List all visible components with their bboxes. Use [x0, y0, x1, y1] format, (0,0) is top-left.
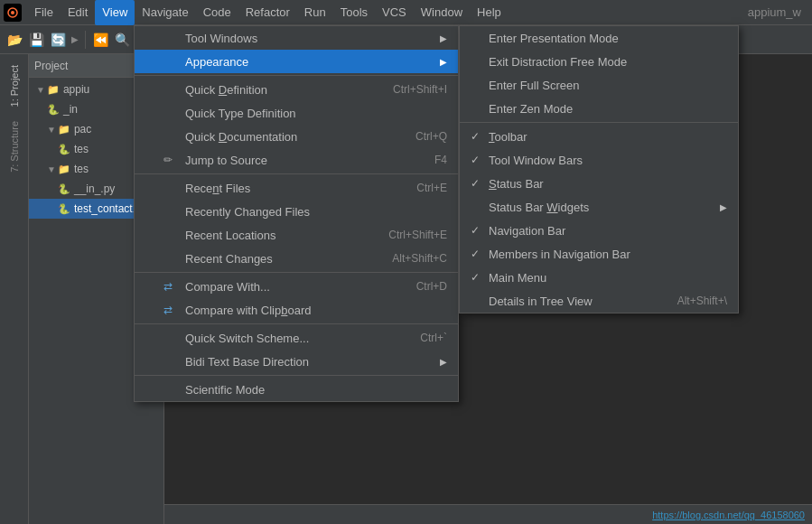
menu-tools[interactable]: Tools [333, 0, 375, 25]
dropdown-overlay: Tool Windows ▶ Appearance ▶ Quick Defini… [0, 25, 812, 524]
menu-jump-source[interactable]: ✏ Jump to Source F4 [135, 148, 458, 172]
menu-quick-doc[interactable]: Quick Documentation Ctrl+Q [135, 125, 458, 148]
menu-presentation[interactable]: Enter Presentation Mode [460, 26, 738, 50]
menu-compare-clipboard[interactable]: ⇄ Compare with Clipboard [135, 298, 458, 322]
menu-details-tree[interactable]: Details in Tree View Alt+Shift+\ [460, 289, 738, 313]
menu-quick-type[interactable]: Quick Type Definition [135, 101, 458, 125]
menu-recent-locations[interactable]: Recent Locations Ctrl+Shift+E [135, 223, 458, 247]
menu-toolbar[interactable]: ✓ Toolbar [460, 125, 738, 148]
menu-vcs[interactable]: VCS [375, 0, 414, 25]
menu-quick-switch[interactable]: Quick Switch Scheme... Ctrl+` [135, 326, 458, 350]
menu-sep5 [135, 375, 458, 376]
svg-point-2 [11, 11, 14, 14]
app-logo [4, 4, 22, 22]
window-title: appium_w [748, 5, 808, 19]
menu-distraction-free[interactable]: Exit Distraction Free Mode [460, 50, 738, 73]
menu-quick-def[interactable]: Quick Definition Ctrl+Shift+I [135, 78, 458, 101]
menu-nav-bar[interactable]: ✓ Navigation Bar [460, 219, 738, 242]
menu-status-bar[interactable]: ✓ Status Bar [460, 172, 738, 195]
menu-sep4 [135, 323, 458, 324]
menu-bar: File Edit View Navigate Code Refactor Ru… [0, 0, 812, 25]
menu-tool-window-bars[interactable]: ✓ Tool Window Bars [460, 148, 738, 172]
menu-help[interactable]: Help [470, 0, 509, 25]
appearance-menu: Enter Presentation Mode Exit Distraction… [459, 25, 739, 313]
menu-status-bar-widgets[interactable]: Status Bar Widgets ▶ [460, 195, 738, 219]
menu-navigate[interactable]: Navigate [135, 0, 195, 25]
menu-compare-with[interactable]: ⇄ Compare With... Ctrl+D [135, 275, 458, 298]
menu-full-screen[interactable]: Enter Full Screen [460, 73, 738, 97]
appearance-sep1 [460, 122, 738, 123]
menu-members-nav[interactable]: ✓ Members in Navigation Bar [460, 242, 738, 266]
menu-sep1 [135, 75, 458, 76]
menu-scientific[interactable]: Scientific Mode [135, 378, 458, 401]
menu-recent-changes[interactable]: Recent Changes Alt+Shift+C [135, 247, 458, 270]
menu-sep2 [135, 173, 458, 174]
menu-refactor[interactable]: Refactor [238, 0, 297, 25]
menu-main-menu[interactable]: ✓ Main Menu [460, 266, 738, 289]
menu-code[interactable]: Code [196, 0, 238, 25]
menu-sep3 [135, 272, 458, 273]
menu-zen[interactable]: Enter Zen Mode [460, 97, 738, 120]
menu-run[interactable]: Run [297, 0, 333, 25]
menu-window[interactable]: Window [414, 0, 470, 25]
view-menu: Tool Windows ▶ Appearance ▶ Quick Defini… [134, 25, 459, 402]
menu-bidi[interactable]: Bidi Text Base Direction ▶ [135, 350, 458, 373]
menu-file[interactable]: File [27, 0, 61, 25]
menu-tool-windows[interactable]: Tool Windows ▶ [135, 26, 458, 50]
menu-recently-changed[interactable]: Recently Changed Files [135, 200, 458, 223]
menu-appearance[interactable]: Appearance ▶ [135, 50, 458, 73]
menu-view[interactable]: View [95, 0, 135, 25]
menu-edit[interactable]: Edit [61, 0, 95, 25]
menu-recent-files[interactable]: Recent Files Ctrl+E [135, 176, 458, 200]
